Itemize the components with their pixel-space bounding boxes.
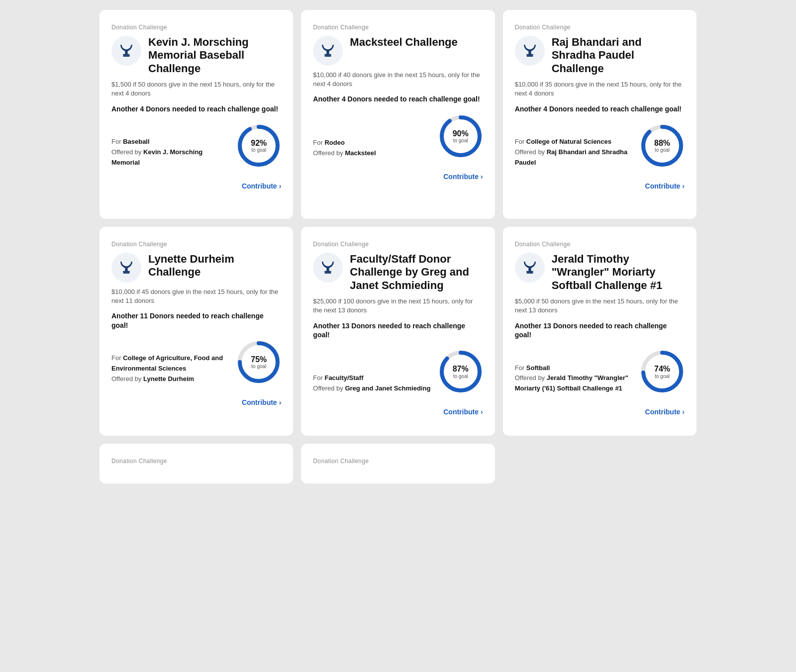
challenge-card-6: Donation Challenge Jerald Timothy "Wrang… (503, 227, 696, 436)
chevron-right-icon: › (279, 182, 282, 190)
challenge-card-4: Donation Challenge Lynette Durheim Chall… (100, 227, 293, 436)
chevron-right-icon: › (682, 182, 685, 190)
chevron-right-icon: › (682, 408, 685, 416)
contribute-button[interactable]: Contribute › (645, 404, 685, 416)
challenge-status: Another 4 Donors needed to reach challen… (111, 104, 281, 113)
card-category: Donation Challenge (515, 24, 685, 31)
challenge-card-1: Donation Challenge Kevin J. Morsching Me… (100, 10, 293, 219)
card-category: Donation Challenge (111, 24, 281, 31)
card-category: Donation Challenge (313, 241, 483, 248)
contribute-button[interactable]: Contribute › (443, 169, 483, 181)
svg-rect-9 (123, 272, 129, 274)
challenge-card-8: Donation Challenge (301, 444, 495, 483)
challenge-status: Another 4 Donors needed to reach challen… (313, 95, 483, 103)
card-category: Donation Challenge (313, 458, 483, 465)
svg-rect-3 (325, 55, 331, 57)
card-subtitle: $10,000 if 40 donors give in the next 15… (313, 71, 483, 89)
challenge-card-3: Donation Challenge Raj Bhandari and Shra… (503, 10, 696, 219)
trophy-icon (515, 36, 545, 66)
progress-donut: 90% to goal (438, 114, 483, 159)
challenge-status: Another 13 Donors needed to reach challe… (515, 321, 685, 339)
progress-donut: 75% to goal (236, 340, 281, 384)
progress-donut: 87% to goal (438, 349, 483, 394)
contribute-button[interactable]: Contribute › (443, 404, 483, 416)
trophy-icon (313, 36, 343, 66)
card-title: Kevin J. Morsching Memorial Baseball Cha… (148, 36, 281, 75)
card-title: Macksteel Challenge (350, 36, 457, 49)
card-subtitle: $25,000 if 100 donors give in the next 1… (313, 297, 483, 315)
card-title: Lynette Durheim Challenge (148, 253, 281, 279)
challenge-grid: Donation Challenge Kevin J. Morsching Me… (100, 10, 696, 483)
card-subtitle: $5,000 if 50 donors give in the next 15 … (515, 297, 685, 315)
contribute-button[interactable]: Contribute › (242, 394, 281, 406)
challenge-card-2: Donation Challenge Macksteel Challenge $… (301, 10, 495, 219)
svg-rect-12 (325, 272, 331, 274)
card-meta: For Rodeo Offered by Macksteel (313, 138, 376, 159)
progress-donut: 74% to goal (640, 349, 685, 394)
challenge-status: Another 13 Donors needed to reach challe… (313, 321, 483, 339)
contribute-button[interactable]: Contribute › (645, 178, 685, 190)
challenge-card-7: Donation Challenge (100, 444, 293, 483)
chevron-right-icon: › (279, 398, 282, 406)
trophy-icon (515, 253, 545, 283)
card-category: Donation Challenge (111, 458, 281, 465)
progress-donut: 88% to goal (640, 123, 685, 168)
chevron-right-icon: › (481, 173, 483, 181)
card-meta: For College of Agriculture, Food and Env… (111, 353, 232, 384)
card-subtitle: $10,000 if 35 donors give in the next 15… (515, 80, 685, 98)
progress-donut: 92% to goal (236, 123, 281, 168)
contribute-button[interactable]: Contribute › (242, 178, 281, 190)
challenge-status: Another 11 Donors needed to reach challe… (111, 311, 281, 329)
card-meta: For Baseball Offered by Kevin J. Morschi… (111, 137, 232, 168)
trophy-icon (111, 36, 141, 66)
chevron-right-icon: › (481, 408, 483, 416)
card-subtitle: $1,500 if 50 donors give in the next 15 … (111, 80, 281, 98)
card-meta: For College of Natural Sciences Offered … (515, 137, 636, 168)
card-title: Raj Bhandari and Shradha Paudel Challeng… (552, 36, 685, 75)
svg-rect-6 (526, 55, 533, 57)
card-category: Donation Challenge (515, 241, 685, 248)
card-category: Donation Challenge (313, 24, 483, 31)
card-meta: For Faculty/Staff Offered by Greg and Ja… (313, 373, 430, 394)
card-subtitle: $10,000 if 45 donors give in the next 15… (111, 288, 281, 305)
card-title: Jerald Timothy "Wrangler" Moriarty Softb… (552, 253, 685, 292)
trophy-icon (111, 253, 141, 283)
challenge-status: Another 4 Donors needed to reach challen… (515, 104, 685, 113)
card-category: Donation Challenge (111, 241, 281, 248)
svg-rect-15 (526, 272, 533, 274)
challenge-card-5: Donation Challenge Faculty/Staff Donor C… (301, 227, 495, 436)
card-meta: For Softball Offered by Jerald Timothy "… (515, 363, 636, 394)
trophy-icon (313, 253, 343, 283)
card-title: Faculty/Staff Donor Challenge by Greg an… (350, 253, 483, 292)
svg-rect-0 (123, 55, 129, 57)
